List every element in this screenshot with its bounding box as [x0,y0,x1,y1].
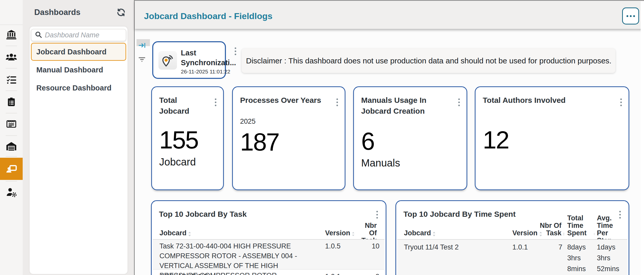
sidebar-item-clipboard[interactable] [0,94,23,109]
cell-tasks: 9 [356,272,379,275]
dashboards-region: Dashboards Jobcard Dashboard Manual Dash… [23,0,134,275]
sync-card-title-line1: Last [181,49,196,57]
kpi-card-processes-over-years: Processes Over Years 2025 187 [232,86,345,190]
trainer-presentation-icon [5,163,17,175]
kpi-value: 6 [361,127,374,155]
disclaimer-banner: Disclaimer : This dashboard does not use… [242,48,615,73]
app-root: Dashboards Jobcard Dashboard Manual Dash… [0,0,644,275]
column-header-jobcard[interactable]: Jobcard [159,229,314,237]
kpi-title: Total Jobcard [159,95,204,116]
filter-icon[interactable] [138,55,146,64]
sidebar-item-checklist[interactable] [0,72,23,87]
kpi-title: Processes Over Years [240,95,325,106]
table-title: Top 10 Jobcard By Task [159,209,366,220]
kpi-value: 12 [483,126,509,154]
cell-version: 1.0.1 [512,242,536,253]
search-icon [35,31,42,39]
dashboards-title: Dashboards [34,8,80,17]
page-title: Jobcard Dashboard - Fieldlogs [144,11,273,21]
column-header-nbr-of-task[interactable]: Nbr Of Task [538,222,565,237]
users-group-icon [5,51,17,63]
table-card-jobcard-by-task: Top 10 Jobcard By Task Jobcard Version N… [151,200,386,275]
kpi-title: Total Authors Involved [483,95,609,106]
kpi-unit: Jobcard [159,156,196,168]
sort-icon [563,231,565,237]
kebab-menu-icon[interactable] [214,97,217,107]
kebab-menu-icon[interactable] [457,97,461,107]
kpi-card-total-authors: Total Authors Involved 12 [475,86,629,190]
dashboard-list-item-selected[interactable]: Jobcard Dashboard [31,43,126,61]
kpi-title: Manuals Usage In Jobcard Creation [361,95,447,116]
dashboards-panel: Jobcard Dashboard Manual Dashboard Resou… [30,27,128,274]
sidebar-item-institution[interactable] [0,27,23,42]
main-header: Jobcard Dashboard - Fieldlogs [135,0,644,29]
icon-sidebar [0,0,23,275]
sync-card-title-line2: Synchronizati... [181,59,236,67]
clipboard-icon [6,97,16,107]
sort-icon [432,231,436,237]
task-checklist-icon [6,74,17,85]
dashboard-list: Jobcard Dashboard Manual Dashboard Resou… [31,43,126,97]
sidebar-item-users[interactable] [0,49,23,64]
sort-icon [594,231,595,237]
column-header-version[interactable]: Version [325,229,355,237]
cell-jobcard: Task 72-31-00-440-004 HIGH PRESSURE COMP… [159,241,317,275]
table-card-jobcard-by-time-spent: Top 10 Jobcard By Time Spent Jobcard Ver… [395,200,629,275]
divider [6,181,17,181]
column-header-total-time-spent[interactable]: Total Time Spent [567,214,595,237]
user-settings-icon [5,186,17,198]
cell-tasks: 7 [538,242,562,253]
kpi-value: 187 [240,128,279,156]
cell-total-time: 8days 3hrs 8mins [567,242,593,274]
sort-icon [188,231,191,237]
dashboards-header: Dashboards [23,0,134,26]
kpi-year: 2025 [240,118,256,126]
dashboard-item-label: Jobcard Dashboard [36,48,106,56]
kpi-card-manuals-usage: Manuals Usage In Jobcard Creation 6 Manu… [353,86,467,190]
main-panel: Jobcard Dashboard - Fieldlogs Last Synch… [134,0,644,275]
cell-version: 1.0.1 [325,272,348,275]
dashboard-item-label: Manual Dashboard [36,66,103,74]
cell-jobcard: AGB HOUSING [159,272,317,275]
sidebar-item-training-active[interactable] [0,158,23,180]
warehouse-icon [5,140,17,152]
refresh-icon[interactable] [116,8,126,18]
sync-timestamp: 26-11-2025 11:01:22 [181,69,230,75]
divider [6,135,17,136]
kebab-menu-icon[interactable] [234,46,237,56]
kpi-card-total-jobcard: Total Jobcard 155 Jobcard [151,86,224,190]
kebab-menu-icon[interactable] [619,97,623,107]
kebab-menu-icon[interactable] [335,97,339,107]
ellipsis-icon [626,15,635,17]
divider [6,46,17,46]
cell-jobcard: Tryout 11/4 Test 2 [404,242,507,253]
more-menu-button[interactable] [622,7,639,24]
dashboard-list-item[interactable]: Manual Dashboard [31,61,126,79]
institution-icon [6,29,17,40]
sync-location-icon [158,51,177,70]
dashboard-item-label: Resource Dashboard [36,84,112,92]
divider [0,24,23,25]
scrollbar-track[interactable] [641,1,644,275]
kpi-unit: Manuals [361,157,400,169]
divider [6,156,17,157]
last-sync-card[interactable]: Last Synchronizati... 26-11-2025 11:01:2… [152,41,226,79]
cell-tasks: 10 [356,241,379,251]
cell-avg-time: 1days 3hrs 52mins [597,242,624,274]
sidebar-item-fieldcard[interactable] [0,116,23,131]
divider [6,90,17,91]
dashboard-list-item[interactable]: Resource Dashboard [31,79,126,97]
disclaimer-text: Disclaimer : This dashboard does not use… [246,56,612,65]
sidebar-item-user-settings[interactable] [0,185,23,199]
sort-icon [352,231,355,237]
search-input[interactable] [45,31,137,39]
sidebar-item-warehouse[interactable] [0,139,23,154]
column-header-jobcard[interactable]: Jobcard [404,229,504,237]
kebab-menu-icon[interactable] [375,210,379,220]
cell-version: 1.0.5 [325,241,348,251]
search-box[interactable] [31,29,126,41]
divider [6,68,17,69]
collapse-panel-icon[interactable] [138,41,146,51]
divider [6,113,17,113]
kpi-value: 155 [159,126,198,154]
